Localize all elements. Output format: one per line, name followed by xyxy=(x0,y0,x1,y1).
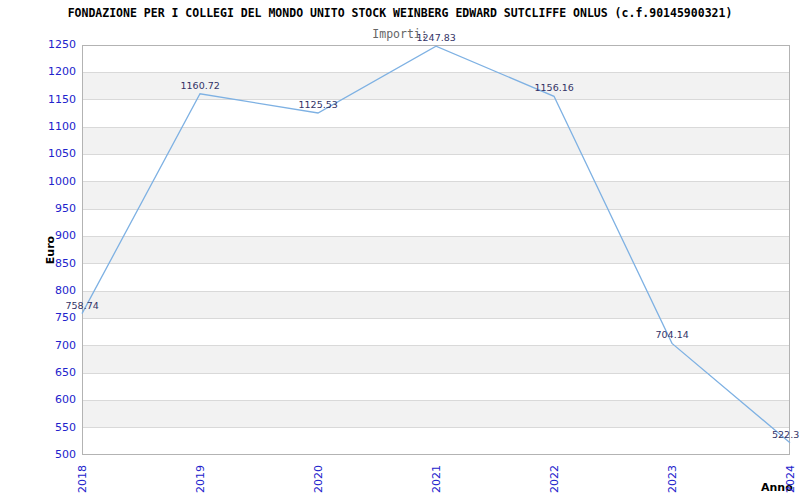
plot-band xyxy=(82,346,790,373)
data-point-value-label: 704.14 xyxy=(656,329,689,340)
y-tick-label: 1250 xyxy=(32,38,76,52)
y-tick-label: 1000 xyxy=(32,175,76,189)
y-tick-label: 1100 xyxy=(32,120,76,134)
x-tick-label: 2022 xyxy=(548,465,561,493)
y-tick-label: 1150 xyxy=(32,93,76,107)
y-tick-label: 700 xyxy=(32,339,76,353)
data-point-value-label: 1160.72 xyxy=(181,80,220,91)
y-tick-label: 750 xyxy=(32,311,76,325)
x-tick-label: 2020 xyxy=(312,465,325,493)
plot-band xyxy=(82,127,790,154)
plot-band xyxy=(82,400,790,427)
y-tick-label: 550 xyxy=(32,421,76,435)
data-point-value-label: 1156.16 xyxy=(535,82,574,93)
chart-subtitle: Importi: xyxy=(0,27,800,41)
plot-area xyxy=(82,45,790,455)
y-tick-label: 950 xyxy=(32,202,76,216)
y-tick-label: 850 xyxy=(32,257,76,271)
chart-title: FONDAZIONE PER I COLLEGI DEL MONDO UNITO… xyxy=(0,6,800,20)
y-tick-label: 600 xyxy=(32,393,76,407)
x-tick-label: 2019 xyxy=(194,465,207,493)
y-tick-label: 1050 xyxy=(32,147,76,161)
x-tick-label: 2023 xyxy=(666,465,679,493)
plot-band xyxy=(82,182,790,209)
data-point-value-label: 1125.53 xyxy=(299,99,338,110)
x-tick-label: 2024 xyxy=(784,465,797,493)
data-point-value-label: 1247.83 xyxy=(417,32,456,43)
x-tick-label: 2021 xyxy=(430,465,443,493)
data-point-value-label: 522.3 xyxy=(772,429,799,440)
y-tick-label: 500 xyxy=(32,448,76,462)
x-tick-label: 2018 xyxy=(76,465,89,493)
y-tick-label: 650 xyxy=(32,366,76,380)
data-point-value-label: 758.74 xyxy=(66,300,99,311)
y-tick-label: 800 xyxy=(32,284,76,298)
plot-band xyxy=(82,236,790,263)
line-chart-svg xyxy=(82,45,790,455)
plot-band xyxy=(82,291,790,318)
y-tick-label: 1200 xyxy=(32,65,76,79)
chart-canvas: FONDAZIONE PER I COLLEGI DEL MONDO UNITO… xyxy=(0,0,800,500)
y-tick-label: 900 xyxy=(32,229,76,243)
